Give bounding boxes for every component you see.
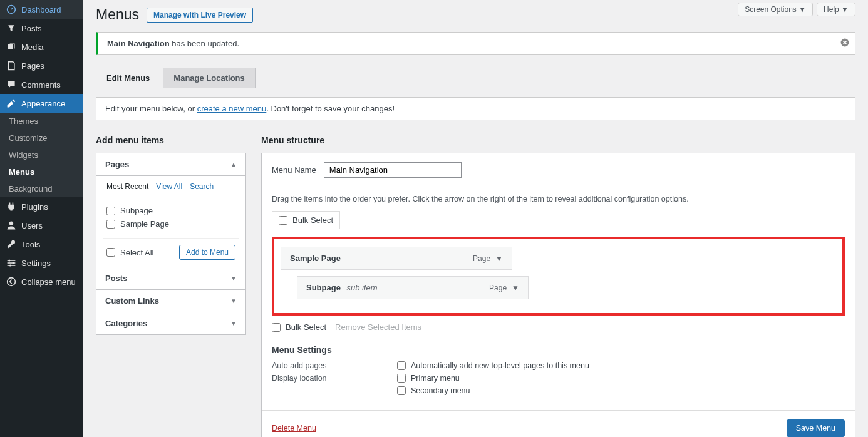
pages-icon <box>6 61 16 71</box>
bulk-select-label: Bulk Select <box>292 215 333 225</box>
menu-settings-title: Menu Settings <box>272 345 845 355</box>
chevron-down-icon: ▼ <box>230 320 237 327</box>
help-button[interactable]: Help ▼ <box>817 3 855 16</box>
sidebar-label: Users <box>21 221 43 230</box>
tools-icon <box>6 239 16 249</box>
notice-text: has been updated. <box>170 39 239 48</box>
add-to-menu-button[interactable]: Add to Menu <box>179 245 235 260</box>
accordion: Pages ▲ Most Recent View All Search S <box>96 153 246 335</box>
settings-icon <box>6 258 16 268</box>
structure-title: Menu structure <box>261 135 855 145</box>
auto-add-label: Auto add pages <box>272 361 372 370</box>
accordion-custom-links[interactable]: Custom Links ▼ <box>96 290 245 312</box>
sidebar-label: Collapse menu <box>21 277 76 287</box>
save-menu-button[interactable]: Save Menu <box>787 419 845 437</box>
primary-menu-checkbox[interactable] <box>397 374 406 383</box>
media-icon <box>6 42 16 52</box>
sidebar-label: Posts <box>21 24 42 33</box>
subtab-view-all[interactable]: View All <box>156 182 182 191</box>
live-preview-button[interactable]: Manage with Live Preview <box>147 8 253 23</box>
menu-item-sample-page[interactable]: Sample Page Page ▼ <box>281 247 512 270</box>
sidebar-item-users[interactable]: Users <box>0 216 83 235</box>
drag-hint: Drag the items into the order you prefer… <box>272 195 845 203</box>
sidebar-item-tools[interactable]: Tools <box>0 235 83 254</box>
sidebar-item-pages[interactable]: Pages <box>0 56 83 75</box>
users-icon <box>6 220 16 230</box>
dismiss-icon[interactable] <box>840 38 850 50</box>
chevron-down-icon: ▼ <box>230 275 237 282</box>
display-location-label: Display location <box>272 374 372 383</box>
edit-hint: Edit your menu below, or create a new me… <box>96 97 855 120</box>
bulk-select-checkbox-bottom[interactable] <box>272 323 281 332</box>
sidebar-sub-themes[interactable]: Themes <box>0 113 83 130</box>
secondary-menu-checkbox[interactable] <box>397 386 406 395</box>
pin-icon <box>6 23 16 33</box>
accordion-pages-body: Most Recent View All Search Subpage <box>96 176 245 267</box>
comments-icon <box>6 80 16 90</box>
sidebar-sub-background[interactable]: Background <box>0 180 83 197</box>
menu-tabs: Edit Menus Manage Locations <box>96 68 855 88</box>
sidebar-item-dashboard[interactable]: Dashboard <box>0 0 83 19</box>
svg-point-7 <box>9 264 11 266</box>
page-checkbox-subpage[interactable] <box>106 207 115 215</box>
sidebar-item-posts[interactable]: Posts <box>0 19 83 38</box>
chevron-up-icon: ▲ <box>230 161 237 168</box>
sidebar-item-media[interactable]: Media <box>0 38 83 56</box>
screen-options-button[interactable]: Screen Options ▼ <box>738 3 813 16</box>
admin-sidebar: Dashboard Posts Media Pages Comments <box>0 0 83 437</box>
page-label: Sample Page <box>120 219 169 229</box>
sidebar-item-plugins[interactable]: Plugins <box>0 197 83 216</box>
svg-point-6 <box>13 262 14 264</box>
accordion-posts[interactable]: Posts ▼ <box>96 267 245 290</box>
sidebar-item-comments[interactable]: Comments <box>0 75 83 94</box>
main-content: Screen Options ▼ Help ▼ Menus Manage wit… <box>83 0 868 437</box>
chevron-down-icon[interactable]: ▼ <box>512 284 519 292</box>
add-items-title: Add menu items <box>96 135 246 145</box>
svg-point-8 <box>8 278 16 286</box>
highlighted-menu-items: Sample Page Page ▼ Subpage sub item <box>272 237 845 316</box>
auto-add-checkbox[interactable] <box>397 361 406 370</box>
appearance-icon <box>6 98 16 108</box>
sidebar-sub-customize[interactable]: Customize <box>0 130 83 147</box>
sidebar-label: Plugins <box>21 202 48 212</box>
success-notice: Main Navigation has been updated. <box>96 32 855 55</box>
select-all-checkbox[interactable] <box>106 248 115 257</box>
subtab-recent[interactable]: Most Recent <box>106 182 148 191</box>
sidebar-label: Tools <box>21 240 40 249</box>
plugins-icon <box>6 202 16 212</box>
accordion-pages[interactable]: Pages ▲ <box>96 153 245 176</box>
page-title: Menus <box>96 6 139 23</box>
sidebar-item-settings[interactable]: Settings <box>0 254 83 272</box>
sidebar-label: Pages <box>21 61 44 71</box>
page-label: Subpage <box>120 206 153 215</box>
menu-item-subpage[interactable]: Subpage sub item Page ▼ <box>297 276 529 299</box>
sidebar-label: Media <box>21 43 43 52</box>
subtab-search[interactable]: Search <box>190 182 214 191</box>
menu-name-input[interactable] <box>324 162 462 178</box>
remove-selected-link[interactable]: Remove Selected Items <box>335 322 421 332</box>
sidebar-item-appearance[interactable]: Appearance <box>0 94 83 113</box>
sidebar-label: Appearance <box>21 99 65 108</box>
notice-bold: Main Navigation <box>107 39 170 48</box>
sidebar-label: Settings <box>21 259 51 268</box>
sidebar-sub-widgets[interactable]: Widgets <box>0 147 83 163</box>
accordion-categories[interactable]: Categories ▼ <box>96 312 245 334</box>
sidebar-sub-menus[interactable]: Menus <box>0 163 83 180</box>
select-all-label: Select All <box>120 248 153 257</box>
bulk-select-checkbox-top[interactable] <box>279 216 287 225</box>
sidebar-item-collapse[interactable]: Collapse menu <box>0 272 83 291</box>
sidebar-label: Comments <box>21 80 61 90</box>
menu-name-label: Menu Name <box>272 165 316 175</box>
structure-box: Menu Name Drag the items into the order … <box>261 153 855 437</box>
tab-manage-locations[interactable]: Manage Locations <box>163 68 255 88</box>
bulk-select-label: Bulk Select <box>286 322 326 332</box>
create-new-menu-link[interactable]: create a new menu <box>197 104 267 113</box>
dashboard-icon <box>6 4 16 14</box>
collapse-icon <box>6 277 16 287</box>
page-checkbox-sample[interactable] <box>106 220 115 229</box>
chevron-down-icon[interactable]: ▼ <box>495 254 503 263</box>
chevron-down-icon: ▼ <box>230 297 237 304</box>
svg-point-1 <box>9 222 13 225</box>
tab-edit-menus[interactable]: Edit Menus <box>96 68 160 88</box>
svg-point-5 <box>8 259 10 261</box>
